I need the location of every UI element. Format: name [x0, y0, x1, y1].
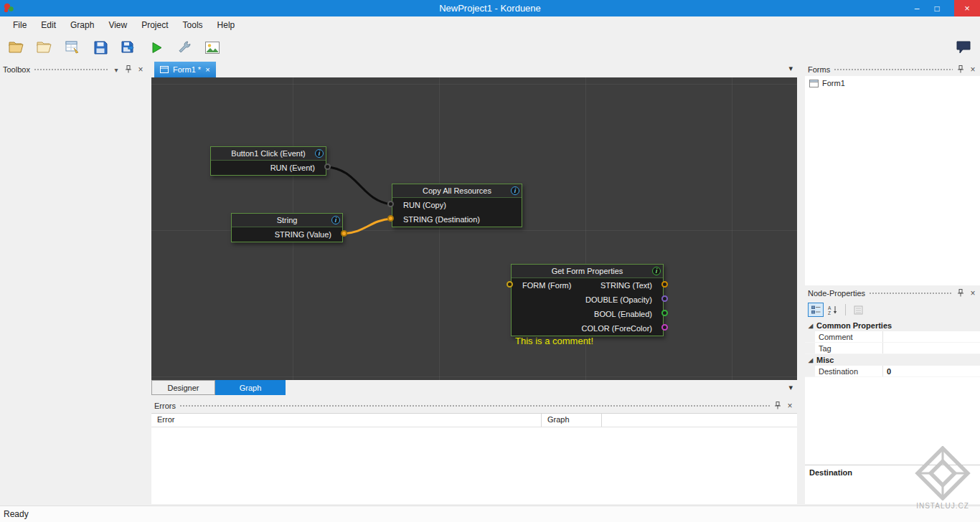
- run-icon[interactable]: [146, 37, 167, 58]
- errors-pin-icon[interactable]: [773, 402, 782, 411]
- menu-tools[interactable]: Tools: [176, 16, 210, 34]
- property-value-tag[interactable]: [883, 343, 980, 353]
- port-label: FORM (Form): [522, 278, 571, 293]
- view-tabs-chevron-icon[interactable]: ▾: [788, 383, 793, 392]
- port-run-event-out[interactable]: [324, 163, 331, 170]
- node-copy-all-resources[interactable]: Copy All Resources i RUN (Copy) STRING (…: [392, 184, 522, 227]
- menu-edit[interactable]: Edit: [34, 16, 63, 34]
- node-properties-grip[interactable]: [869, 292, 953, 295]
- save-icon[interactable]: [90, 37, 111, 58]
- toolbox-close-icon[interactable]: ×: [136, 65, 145, 75]
- menu-graph[interactable]: Graph: [63, 16, 101, 34]
- property-label: Comment: [815, 331, 883, 342]
- node-properties-pin-icon[interactable]: [956, 289, 965, 298]
- tab-graph[interactable]: Graph: [215, 380, 286, 395]
- tab-form1-close-icon[interactable]: ×: [205, 65, 209, 74]
- graph-comment[interactable]: This is a comment!: [515, 336, 593, 346]
- view-tabbar: Designer Graph ▾: [151, 380, 797, 395]
- property-row-comment[interactable]: Comment: [805, 331, 980, 343]
- document-list-chevron-icon[interactable]: ▾: [788, 64, 793, 73]
- property-pages-button[interactable]: [850, 303, 866, 317]
- info-icon[interactable]: i: [652, 267, 661, 275]
- node-title-label: String: [277, 216, 298, 224]
- toolbox-grip[interactable]: [34, 68, 108, 72]
- node-header[interactable]: Button1 Click (Event) i: [211, 147, 326, 161]
- node-row: RUN (Event): [211, 161, 326, 175]
- info-icon[interactable]: i: [331, 216, 340, 224]
- property-row-destination[interactable]: Destination 0: [805, 366, 980, 377]
- tab-designer[interactable]: Designer: [151, 380, 215, 395]
- property-value-destination[interactable]: 0: [883, 366, 980, 376]
- node-header[interactable]: Copy All Resources i: [392, 184, 522, 198]
- open-folder-icon[interactable]: [6, 37, 27, 58]
- row-gutter: [805, 343, 815, 353]
- save-all-icon[interactable]: [118, 37, 139, 58]
- alphabetical-sort-button[interactable]: AZ: [825, 303, 841, 317]
- port-label: BOOL (Enabled): [594, 310, 652, 318]
- port-form-in[interactable]: [507, 281, 513, 288]
- form-icon: [809, 80, 819, 87]
- property-value-comment[interactable]: [883, 331, 980, 342]
- menu-project[interactable]: Project: [134, 16, 175, 34]
- info-icon[interactable]: i: [315, 149, 324, 158]
- node-string[interactable]: String i STRING (Value): [231, 213, 343, 242]
- errors-list[interactable]: Error Graph: [151, 413, 797, 504]
- new-form-icon[interactable]: [62, 37, 83, 58]
- maximize-button[interactable]: □: [927, 0, 947, 16]
- property-row-tag[interactable]: Tag: [805, 343, 980, 354]
- minimize-button[interactable]: –: [907, 0, 927, 16]
- port-string-text-out[interactable]: [661, 281, 668, 288]
- toolbox-pin-icon[interactable]: [124, 65, 133, 75]
- node-get-form-properties[interactable]: Get Form Properties i FORM (Form) STRING…: [511, 264, 664, 336]
- column-graph[interactable]: Graph: [542, 414, 602, 427]
- node-properties-title: Node-Properties: [808, 289, 865, 298]
- forms-item-form1[interactable]: Form1: [805, 76, 980, 90]
- feedback-bubble-icon[interactable]: [953, 37, 974, 58]
- wire-run-event[interactable]: [326, 167, 392, 204]
- category-label: Common Properties: [816, 321, 892, 330]
- port-double-opacity-out[interactable]: [661, 295, 668, 302]
- port-label: COLOR (ForeColor): [582, 324, 652, 333]
- forms-grip[interactable]: [834, 68, 953, 72]
- categorized-view-button[interactable]: [808, 303, 824, 317]
- node-header[interactable]: String i: [232, 214, 342, 227]
- menu-file[interactable]: File: [6, 16, 34, 34]
- graph-canvas[interactable]: Button1 Click (Event) i RUN (Event) Copy…: [151, 77, 797, 380]
- node-row: COLOR (ForeColor): [512, 321, 663, 336]
- settings-wrench-icon[interactable]: [174, 37, 195, 58]
- forms-close-icon[interactable]: ×: [969, 65, 977, 75]
- wire-string-value[interactable]: [343, 219, 392, 234]
- node-properties-close-icon[interactable]: ×: [969, 288, 977, 298]
- port-color-forecolor-out[interactable]: [661, 324, 668, 331]
- node-properties-panel-header: Node-Properties ×: [805, 287, 980, 300]
- node-header[interactable]: Get Form Properties i: [512, 265, 663, 278]
- category-misc[interactable]: ◢ Misc: [805, 354, 980, 366]
- tab-form1[interactable]: Form1 * ×: [154, 62, 216, 77]
- property-grid: ◢ Common Properties Comment Tag ◢ Misc D…: [805, 320, 980, 465]
- window-controls: – □ ×: [907, 0, 980, 16]
- category-common-properties[interactable]: ◢ Common Properties: [805, 320, 980, 331]
- open-project-folder-icon[interactable]: [34, 37, 55, 58]
- menubar: File Edit Graph View Project Tools Help: [0, 16, 980, 34]
- node-button1-click-event[interactable]: Button1 Click (Event) i RUN (Event): [210, 146, 326, 176]
- node-row: FORM (Form) STRING (Text): [512, 278, 663, 293]
- forms-title: Forms: [808, 65, 830, 74]
- forms-pin-icon[interactable]: [956, 65, 965, 75]
- info-icon[interactable]: i: [511, 186, 519, 195]
- port-bool-enabled-out[interactable]: [661, 310, 668, 316]
- errors-grip[interactable]: [179, 404, 770, 408]
- errors-panel-header: Errors ×: [151, 399, 797, 412]
- errors-close-icon[interactable]: ×: [786, 401, 794, 411]
- port-string-value-out[interactable]: [341, 230, 347, 237]
- port-string-destination-in[interactable]: [387, 215, 394, 222]
- menu-help[interactable]: Help: [210, 16, 242, 34]
- menu-view[interactable]: View: [101, 16, 134, 34]
- toolbox-menu-chevron-icon[interactable]: ▾: [112, 66, 121, 74]
- column-error[interactable]: Error: [151, 414, 542, 427]
- image-export-icon[interactable]: [202, 37, 223, 58]
- close-button[interactable]: ×: [954, 0, 980, 16]
- category-expanded-icon[interactable]: ◢: [805, 357, 816, 364]
- property-label: Destination: [815, 366, 883, 376]
- port-run-copy-in[interactable]: [387, 201, 394, 207]
- category-expanded-icon[interactable]: ◢: [805, 323, 816, 329]
